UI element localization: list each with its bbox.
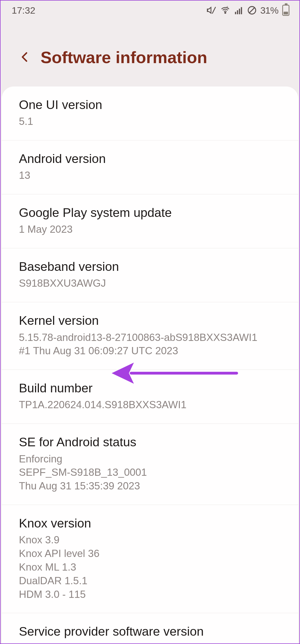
do-not-disturb-icon <box>247 5 257 15</box>
row-play-system-update[interactable]: Google Play system update 1 May 2023 <box>2 194 298 248</box>
row-value: 1 May 2023 <box>19 223 281 236</box>
row-se-android-status[interactable]: SE for Android status Enforcing SEPF_SM-… <box>2 424 298 505</box>
row-label: Kernel version <box>19 313 281 328</box>
row-label: Build number <box>19 380 281 396</box>
svg-rect-3 <box>235 12 236 14</box>
row-label: SE for Android status <box>19 434 281 450</box>
row-value: Knox 3.9 Knox API level 36 Knox ML 1.3 D… <box>19 533 281 601</box>
row-label: Knox version <box>19 516 281 531</box>
battery-percent: 31% <box>260 5 278 16</box>
row-one-ui-version[interactable]: One UI version 5.1 <box>2 86 298 140</box>
row-value: S918BXXU3AWGJ <box>19 277 281 290</box>
battery-icon <box>282 5 289 16</box>
row-android-version[interactable]: Android version 13 <box>2 140 298 194</box>
back-icon[interactable] <box>19 49 31 66</box>
mute-vibrate-icon <box>206 5 216 15</box>
svg-rect-5 <box>239 9 240 14</box>
svg-line-8 <box>249 8 255 13</box>
wifi-icon: 6 <box>220 5 231 15</box>
page-header: Software information <box>1 20 299 86</box>
row-value: TP1A.220624.014.S918BXXS3AWI1 <box>19 398 281 412</box>
row-knox-version[interactable]: Knox version Knox 3.9 Knox API level 36 … <box>2 505 298 613</box>
row-baseband-version[interactable]: Baseband version S918BXXU3AWGJ <box>2 248 298 302</box>
row-value: 5.1 <box>19 115 281 128</box>
row-label: Android version <box>19 151 281 167</box>
status-bar: 17:32 6 <box>1 1 299 20</box>
page-title: Software information <box>41 48 207 67</box>
row-label: Google Play system update <box>19 205 281 221</box>
svg-text:6: 6 <box>226 6 228 9</box>
svg-line-0 <box>212 7 216 14</box>
row-value: SAOMC_SM-S918B_OXM_INS_13_0015 INS/INS,I… <box>19 642 281 644</box>
status-time: 17:32 <box>12 5 35 16</box>
row-value: Enforcing SEPF_SM-S918B_13_0001 Thu Aug … <box>19 452 281 493</box>
settings-card: One UI version 5.1 Android version 13 Go… <box>2 86 298 644</box>
row-value: 5.15.78-android13-8-27100863-abS918BXXS3… <box>19 331 281 358</box>
row-label: One UI version <box>19 97 281 113</box>
row-kernel-version[interactable]: Kernel version 5.15.78-android13-8-27100… <box>2 302 298 370</box>
row-label: Baseband version <box>19 259 281 274</box>
row-service-provider-version[interactable]: Service provider software version SAOMC_… <box>2 613 298 644</box>
svg-rect-4 <box>237 10 238 14</box>
status-icons: 6 31% <box>206 5 289 16</box>
row-build-number[interactable]: Build number TP1A.220624.014.S918BXXS3AW… <box>2 370 298 424</box>
signal-icon <box>234 6 244 15</box>
svg-rect-6 <box>241 7 242 14</box>
row-label: Service provider software version <box>19 624 281 639</box>
row-value: 13 <box>19 169 281 182</box>
svg-point-1 <box>225 12 226 13</box>
